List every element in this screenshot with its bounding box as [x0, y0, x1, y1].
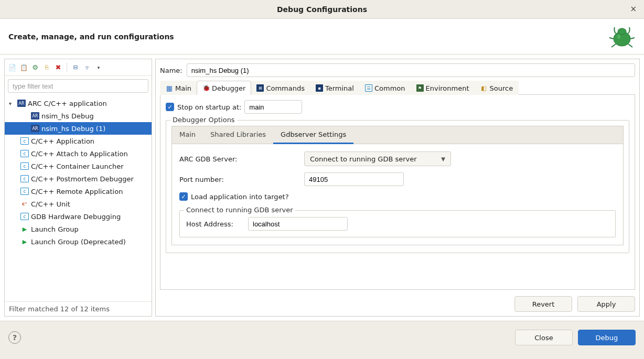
stop-on-startup-label: Stop on startup at:	[177, 103, 241, 111]
help-icon[interactable]: ?	[8, 331, 21, 344]
host-row: Host Address:	[186, 217, 609, 231]
footer-buttons: Close Debug	[515, 330, 636, 345]
load-app-row: ✓ Load application into target?	[179, 192, 616, 201]
name-input[interactable]	[187, 63, 635, 77]
expand-arrow-icon[interactable]: ▾	[9, 101, 15, 106]
tree-label: nsim_hs Debug	[41, 112, 94, 120]
tab-label: Debugger	[212, 84, 245, 92]
tree-label: C/C++ Application	[31, 137, 94, 145]
gdb-server-label: ARC GDB Server:	[179, 155, 300, 163]
tab-label: Terminal	[325, 84, 354, 92]
subtab-gdbserver[interactable]: Gdbserver Settings	[273, 126, 353, 144]
delete-icon[interactable]: ✖	[54, 63, 62, 72]
tree-node-arc-app[interactable]: ▾ AR ARC C/C++ application	[5, 97, 152, 110]
chevron-down-icon: ▼	[441, 156, 445, 162]
tab-label: Common	[374, 84, 405, 92]
tree-label: nsim_hs Debug (1)	[41, 125, 105, 133]
filter-input[interactable]	[8, 79, 148, 93]
new-config-icon[interactable]: 📄	[8, 63, 16, 72]
tree-node-launch-group-dep[interactable]: ▶ Launch Group (Deprecated)	[5, 235, 152, 248]
filter-status: Filter matched 12 of 12 items	[5, 301, 152, 316]
host-input[interactable]	[248, 217, 348, 231]
tab-commands[interactable]: ⌘Commands	[251, 81, 310, 95]
c-icon: c	[20, 213, 29, 220]
tree-label: C/C++ Attach to Application	[31, 150, 128, 158]
load-app-checkbox[interactable]: ✓	[179, 192, 188, 201]
tab-common[interactable]: ☰Common	[359, 81, 411, 95]
subtab-main[interactable]: Main	[172, 126, 203, 144]
arc-icon: AR	[31, 125, 39, 132]
tree-node-c-app[interactable]: c C/C++ Application	[5, 135, 152, 147]
tree-node-c-attach[interactable]: c C/C++ Attach to Application	[5, 147, 152, 160]
stop-on-startup-input[interactable]	[244, 100, 302, 114]
tab-label: Source	[490, 84, 513, 92]
header-title: Create, manage, and run configurations	[8, 32, 174, 41]
tabs: ▦Main 🐞Debugger ⌘Commands ▪Terminal ☰Com…	[160, 80, 635, 95]
terminal-icon: ⌘	[256, 84, 264, 92]
c-unit-icon: c⁺	[20, 200, 29, 208]
filter-box	[5, 76, 152, 96]
apply-button[interactable]: Apply	[577, 296, 635, 312]
duplicate-icon[interactable]: ⎘	[42, 63, 51, 72]
arc-icon: AR	[17, 100, 26, 107]
common-icon: ☰	[365, 84, 372, 92]
tab-label: Commands	[266, 84, 305, 92]
tree-node-c-postmortem[interactable]: c C/C++ Postmortem Debugger	[5, 172, 152, 185]
tree-node-launch-group[interactable]: ▶ Launch Group	[5, 223, 152, 235]
port-input[interactable]	[304, 172, 404, 186]
export-icon[interactable]: ⚙	[31, 63, 39, 72]
tree-label: Launch Group (Deprecated)	[31, 238, 126, 246]
dialog-footer: ? Close Debug	[0, 321, 644, 354]
c-icon: c	[20, 188, 29, 195]
tab-main[interactable]: ▦Main	[160, 81, 197, 95]
collapse-all-icon[interactable]: ⊟	[71, 63, 80, 72]
debugger-options-fieldset: Debugger Options Main Shared Libraries G…	[166, 120, 629, 253]
tree-node-c-remote[interactable]: c C/C++ Remote Application	[5, 185, 152, 198]
tab-content-debugger: ✓ Stop on startup at: Debugger Options M…	[160, 95, 635, 290]
subtab-shared-libs[interactable]: Shared Libraries	[203, 126, 273, 144]
tree-node-nsim-debug-1[interactable]: AR nsim_hs Debug (1)	[5, 122, 152, 135]
main-button-row: Revert Apply	[160, 294, 635, 312]
config-tree: ▾ AR ARC C/C++ application AR nsim_hs De…	[5, 96, 152, 301]
debug-bug-icon	[608, 23, 636, 50]
tree-node-c-container[interactable]: c C/C++ Container Launcher	[5, 160, 152, 172]
launch-icon: ▶	[20, 225, 29, 233]
filter-icon[interactable]: ▿	[83, 63, 91, 72]
debug-button[interactable]: Debug	[578, 330, 636, 345]
tree-label: GDB Hardware Debugging	[31, 213, 121, 221]
main-panel: Name: ▦Main 🐞Debugger ⌘Commands ▪Termina…	[155, 59, 640, 317]
tree-node-c-unit[interactable]: c⁺ C/C++ Unit	[5, 198, 152, 210]
launch-icon: ▶	[20, 238, 29, 245]
bug-icon: 🐞	[202, 84, 210, 92]
debugger-subtabs: Main Shared Libraries Gdbserver Settings	[171, 126, 624, 144]
close-button[interactable]: Close	[515, 330, 573, 345]
dialog-body: 📄 📋 ⚙ ⎘ ✖ ⊟ ▿ ▾ ▾ AR ARC C/C++ applicati…	[0, 55, 644, 321]
window-title: Debug Configurations	[277, 5, 367, 14]
gdb-server-select[interactable]: Connect to running GDB server ▼	[304, 151, 451, 166]
connect-legend: Connect to running GDB server	[184, 206, 295, 214]
stop-on-startup-checkbox[interactable]: ✓	[166, 103, 174, 111]
close-icon[interactable]: ×	[630, 4, 637, 14]
tab-debugger[interactable]: 🐞Debugger	[197, 81, 251, 95]
new-prototype-icon[interactable]: 📋	[19, 63, 28, 72]
source-icon: ◧	[480, 84, 488, 92]
filter-dropdown-icon[interactable]: ▾	[94, 63, 103, 72]
tab-environment[interactable]: ⚑Environment	[411, 81, 475, 95]
name-label: Name:	[160, 67, 183, 74]
toolbar-separator	[67, 63, 67, 72]
main-tab-icon: ▦	[166, 84, 173, 92]
stop-on-startup-row: ✓ Stop on startup at:	[166, 100, 629, 114]
tab-label: Main	[175, 84, 191, 92]
sidebar-toolbar: 📄 📋 ⚙ ⎘ ✖ ⊟ ▿ ▾	[5, 59, 152, 76]
env-icon: ⚑	[416, 84, 424, 92]
tree-node-nsim-debug[interactable]: AR nsim_hs Debug	[5, 110, 152, 122]
tree-label: C/C++ Container Launcher	[31, 162, 124, 170]
revert-button[interactable]: Revert	[514, 296, 572, 312]
tab-source[interactable]: ◧Source	[475, 81, 519, 95]
c-icon: c	[20, 150, 29, 157]
svg-point-3	[617, 35, 620, 39]
connect-fieldset: Connect to running GDB server Host Addre…	[179, 210, 616, 237]
tab-terminal[interactable]: ▪Terminal	[310, 81, 360, 95]
port-row: Port number:	[179, 172, 616, 186]
tree-node-gdb-hw[interactable]: c GDB Hardware Debugging	[5, 210, 152, 223]
